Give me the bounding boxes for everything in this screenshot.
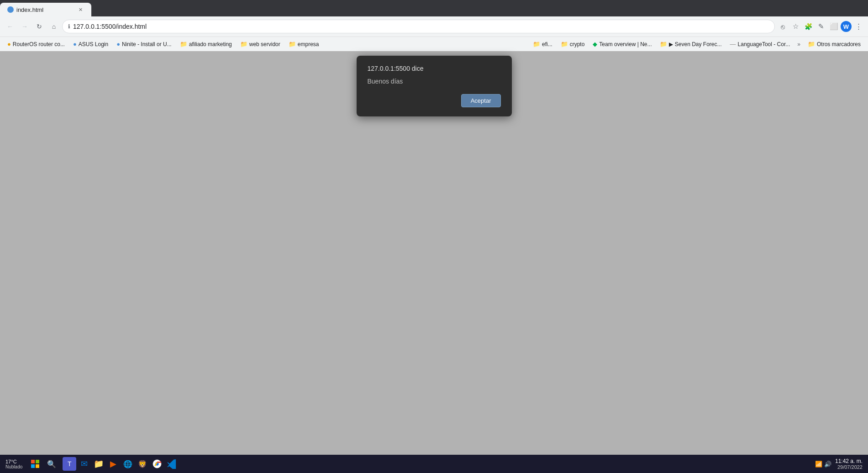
url-text: 127.0.0.1:5500/index.html [73,23,769,30]
taskbar-time-display: 11:42 a. m. [835,458,863,464]
bookmark-languagetool[interactable]: — LanguageTool - Cor... [726,39,794,49]
tab-close-button[interactable]: ✕ [77,6,84,13]
tab-label: index.html [16,6,74,13]
tab-favicon-icon [7,6,14,13]
bookmark-star-icon[interactable]: ☆ [789,21,801,32]
search-icon: 🔍 [47,460,56,468]
home-button[interactable]: ⌂ [47,20,60,33]
taskbar-vscode-icon[interactable] [165,457,179,471]
taskbar-apps: T ✉ 📁 ▶ 🌐 🦁 [63,457,179,471]
bookmark-afiliado[interactable]: 📁 afiliado marketing [176,39,236,49]
address-bar[interactable]: ℹ 127.0.0.1:5500/index.html [62,20,775,33]
bookmark-empresa[interactable]: 📁 empresa [285,39,323,49]
share-icon[interactable]: ⎋ [777,21,789,32]
more-bookmarks-button[interactable]: » [794,40,803,49]
weather-temp: 17°C [5,459,17,464]
taskbar-edge-icon[interactable]: 🌐 [121,457,135,471]
profile-avatar[interactable]: W [841,21,852,32]
bookmark-team-overview-label: Team overview | Ne... [599,41,652,47]
taskbar-brave-icon[interactable]: 🦁 [136,457,149,471]
bookmark-efi[interactable]: 📁 efi... [529,39,556,49]
taskbar-weather[interactable]: 17°C Nublado [2,459,26,469]
taskbar-vlc-icon[interactable]: ▶ [106,457,120,471]
back-button[interactable]: ← [4,20,16,33]
bookmark-crypto-label: crypto [570,41,585,47]
svg-rect-3 [36,464,39,468]
taskbar-systray: 📶 🔊 [815,461,831,468]
start-button[interactable] [28,457,42,471]
weather-description: Nublado [5,464,22,469]
page-content: 127.0.0.1:5500 dice Buenos días Aceptar [0,51,868,455]
extension2-icon[interactable]: ⬜ [828,21,840,32]
bookmarks-bar: ● RouterOS router co... ● ASUS Login ● N… [0,37,868,51]
nav-bar: ← → ↻ ⌂ ℹ 127.0.0.1:5500/index.html ⎋ ☆ … [0,16,868,37]
bookmark-asus-label: ASUS Login [79,41,108,47]
asus-favicon-icon: ● [73,41,77,47]
security-icon: ℹ [68,23,70,30]
taskbar-explorer-icon[interactable]: 📁 [92,457,105,471]
empresa-folder-icon: 📁 [289,41,296,47]
svg-rect-0 [31,460,35,463]
bookmark-empresa-label: empresa [298,41,319,47]
taskbar-teams-icon[interactable]: T [63,457,76,471]
taskbar-clock[interactable]: 11:42 a. m. 29/07/2022 [835,458,863,470]
svg-rect-2 [31,464,35,468]
alert-message: Buenos días [368,78,501,85]
alert-dialog: 127.0.0.1:5500 dice Buenos días Aceptar [357,56,512,116]
bookmark-ninite[interactable]: ● Ninite - Install or U... [113,39,175,49]
bookmark-otros[interactable]: 📁 Otros marcadores [804,39,864,49]
bookmark-seven-day-label: ▶ Seven Day Forec... [669,41,721,47]
ninite-favicon-icon: ● [116,41,120,47]
afiliado-folder-icon: 📁 [180,41,187,47]
otros-folder-icon: 📁 [808,41,815,47]
taskbar-mail-icon[interactable]: ✉ [77,457,91,471]
volume-icon[interactable]: 🔊 [824,461,831,468]
forward-button[interactable]: → [18,20,31,33]
bookmark-team-overview[interactable]: ◆ Team overview | Ne... [589,39,655,49]
bookmark-afiliado-label: afiliado marketing [189,41,232,47]
routeros-favicon-icon: ● [7,41,11,47]
bookmark-crypto[interactable]: 📁 crypto [557,39,589,49]
svg-rect-1 [36,460,39,463]
browser-chrome: index.html ✕ ← → ↻ ⌂ ℹ 127.0.0.1:5500/in… [0,0,868,51]
nav-right-buttons: ⎋ ☆ 🧩 ✎ ⬜ W ⋮ [777,21,864,32]
alert-overlay: 127.0.0.1:5500 dice Buenos días Aceptar [0,51,868,455]
seven-day-folder-icon: 📁 [660,41,667,47]
alert-buttons: Aceptar [368,94,501,107]
taskbar-right: 📶 🔊 11:42 a. m. 29/07/2022 [815,458,866,470]
aceptar-button[interactable]: Aceptar [461,94,501,107]
alert-title: 127.0.0.1:5500 dice [368,65,501,72]
active-tab[interactable]: index.html ✕ [0,3,91,16]
efi-folder-icon: 📁 [533,41,540,47]
extension-puzzle-icon[interactable]: 🧩 [802,21,814,32]
bookmark-web-servidor-label: web servidor [249,41,280,47]
bookmark-languagetool-label: LanguageTool - Cor... [738,41,790,47]
bookmark-ninite-label: Ninite - Install or U... [122,41,172,47]
bookmark-efi-label: efi... [542,41,552,47]
bookmark-seven-day[interactable]: 📁 ▶ Seven Day Forec... [656,39,725,49]
bookmark-asus[interactable]: ● ASUS Login [69,39,112,49]
windows-logo-icon [31,460,39,468]
taskbar-date-display: 29/07/2022 [835,464,863,470]
crypto-folder-icon: 📁 [561,41,568,47]
menu-dots-icon[interactable]: ⋮ [852,21,864,32]
bookmark-routeros[interactable]: ● RouterOS router co... [4,39,68,49]
bookmark-web-servidor[interactable]: 📁 web servidor [237,39,284,49]
bookmark-routeros-label: RouterOS router co... [13,41,65,47]
taskbar-search-button[interactable]: 🔍 [45,457,58,470]
tab-bar: index.html ✕ [0,0,868,16]
reload-button[interactable]: ↻ [33,20,46,33]
network-icon[interactable]: 📶 [815,461,822,468]
bookmark-otros-label: Otros marcadores [817,41,861,47]
team-overview-favicon-icon: ◆ [593,41,597,47]
languagetool-favicon-icon: — [730,41,736,47]
taskbar: 17°C Nublado 🔍 T ✉ 📁 ▶ 🌐 🦁 [0,455,868,473]
pen-icon[interactable]: ✎ [815,21,827,32]
web-servidor-folder-icon: 📁 [240,41,247,47]
taskbar-chrome-icon[interactable] [150,457,164,471]
